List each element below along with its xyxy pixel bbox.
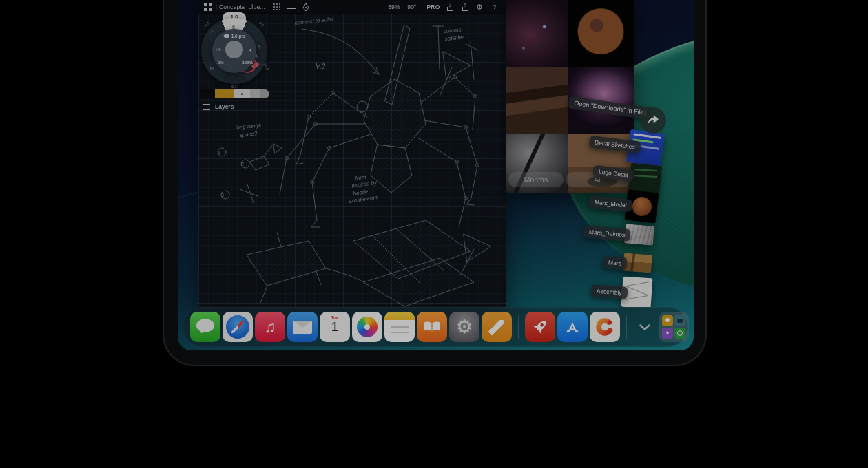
tool-wheel-inner-disc[interactable]: 1.6 pts ⱗ ◐ 0% 100% <box>212 29 256 73</box>
dock-divider <box>518 315 519 339</box>
app-library-mini-camera-icon <box>674 315 685 326</box>
tab-months-label: Months <box>524 176 548 184</box>
settings-app-icon[interactable] <box>449 312 479 342</box>
pen-tool-icon[interactable] <box>300 0 311 14</box>
annotation-version: V.2 <box>316 63 326 70</box>
pro-badge[interactable]: PRO <box>424 0 442 14</box>
layers-menu-icon <box>203 104 210 110</box>
drag-thumb-mars[interactable] <box>623 253 652 273</box>
annotation-long-range-1: long range <box>235 122 262 131</box>
opacity-min: 0% <box>218 61 224 65</box>
nib-icon <box>223 34 229 38</box>
wheel-center-knob[interactable] <box>225 41 243 58</box>
mars-planet-photo[interactable] <box>568 0 634 67</box>
nebula-photo[interactable] <box>506 0 568 67</box>
projects-grid-icon[interactable] <box>203 0 214 14</box>
forward-share-button[interactable] <box>640 107 666 134</box>
chevron-down-icon <box>639 324 650 330</box>
stroke-size-readout: 1.6 pts <box>212 34 256 39</box>
calendar-day: 1 <box>320 320 350 334</box>
import-icon[interactable]: ↓ <box>444 0 455 14</box>
drag-item-label[interactable]: Assembly <box>590 284 628 299</box>
color-swatch-bar[interactable] <box>215 89 269 98</box>
tool-wheel[interactable]: 1.6 ✎ ∼ ➳ A ✐ 1.3 3.5 14.5 6.3 1.6 pts ⱗ… <box>200 17 269 85</box>
opacity-max: 100% <box>242 61 253 65</box>
messages-app-icon[interactable] <box>190 312 220 342</box>
color-swatch-darkgray[interactable] <box>260 89 269 98</box>
svg-text:1: 1 <box>218 150 220 155</box>
annotation-connect: connect to solar <box>294 16 333 26</box>
mail-app-icon[interactable] <box>287 312 318 342</box>
dock-divider <box>626 315 627 339</box>
books-app-icon[interactable] <box>417 312 447 342</box>
forward-arrow-icon <box>645 113 661 128</box>
layers-panel-toggle[interactable]: Layers <box>203 103 234 110</box>
svg-text:3: 3 <box>221 193 224 198</box>
dock: Tue 1 <box>183 307 688 347</box>
dock-chevron-down-button[interactable] <box>633 312 657 342</box>
svg-text:2: 2 <box>241 162 244 167</box>
layers-label: Layers <box>215 103 234 110</box>
color-swatch-selected[interactable] <box>234 89 250 98</box>
smoothing-icon[interactable]: ⱗ <box>216 47 221 54</box>
color-swatch-gold[interactable] <box>215 89 234 98</box>
pen-app-icon[interactable] <box>482 312 512 342</box>
music-app-icon[interactable] <box>255 312 285 342</box>
drag-item-label[interactable]: Mars <box>602 256 627 270</box>
color-swatch-black[interactable] <box>200 89 215 98</box>
app-store-app-icon[interactable] <box>557 312 588 342</box>
help-icon[interactable]: ? <box>490 0 499 14</box>
settings-gear-icon[interactable]: ⚙ <box>474 0 485 14</box>
annotation-comms-1: comms <box>443 27 461 34</box>
zoom-level[interactable]: 59% <box>386 0 402 14</box>
snap-grid-icon[interactable] <box>271 0 282 14</box>
size-bottom: 6.3 <box>231 85 237 89</box>
notes-app-icon[interactable] <box>384 312 415 342</box>
annotation-inspired-4: exoskeleton <box>348 194 378 204</box>
concepts-toolbar: | Concepts_blue... 59% 90° PRO ↓ ↑ ⚙ ? <box>198 0 506 14</box>
annotation-comms-2: satellite <box>444 34 464 42</box>
ipad-screen: | Concepts_blue... 59% 90° PRO ↓ ↑ ⚙ ? <box>178 0 694 350</box>
photos-app-icon[interactable] <box>352 312 382 342</box>
concepts-app-icon[interactable] <box>590 312 620 342</box>
app-library-mini-tips-icon <box>662 315 673 326</box>
app-library-mini-star-icon: ★ <box>662 328 673 339</box>
calendar-app-icon[interactable]: Tue 1 <box>320 312 350 342</box>
opacity-icon[interactable]: ◐ <box>249 47 252 53</box>
rotation-angle[interactable]: 90° <box>404 0 420 14</box>
app-library-icon[interactable]: ★ <box>659 312 689 342</box>
size-left: 1.3 <box>203 21 210 28</box>
tab-months[interactable]: Months <box>508 172 564 187</box>
export-share-icon[interactable]: ↑ <box>459 0 471 14</box>
document-title[interactable]: Concepts_blue... <box>219 0 270 14</box>
size-right: 3.5 <box>258 21 265 28</box>
toolbar-separator: | <box>214 0 218 14</box>
rocket-app-icon[interactable] <box>525 312 555 342</box>
color-swatch-gray[interactable] <box>250 89 260 98</box>
annotation-long-range-2: space? <box>239 130 258 138</box>
annotation-inspired-2: inspired by <box>350 180 378 189</box>
safari-app-icon[interactable] <box>223 312 253 342</box>
app-library-mini-dial-icon <box>674 328 685 339</box>
align-lines-icon[interactable] <box>285 0 298 14</box>
concepts-app-window: | Concepts_blue... 59% 90° PRO ↓ ↑ ⚙ ? <box>198 0 506 312</box>
mars-surface-photo[interactable] <box>506 67 568 134</box>
